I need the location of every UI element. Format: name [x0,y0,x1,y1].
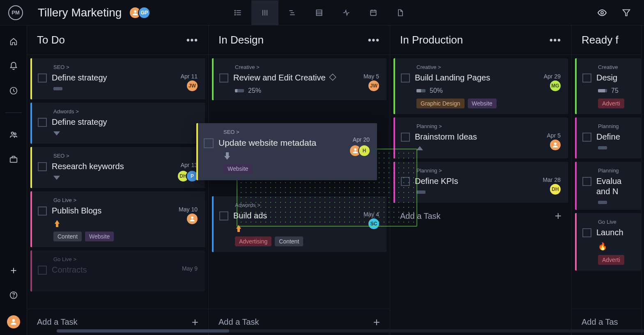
tag[interactable]: Content [275,236,303,246]
view-list-icon[interactable] [224,0,251,25]
assignee-avatar[interactable]: JW [368,80,380,92]
visibility-icon[interactable] [597,8,607,18]
recent-icon[interactable] [9,86,18,95]
avatar[interactable]: GP [138,7,150,19]
task-card[interactable]: Planning Evalua and N [575,162,641,210]
column-body[interactable]: Creative Desig 75 Adverti Planning Defin… [572,55,641,309]
column-body[interactable]: Creative > Build Landing Pages Apr 29 50… [390,55,571,335]
view-board-icon[interactable] [251,0,278,25]
filter-icon[interactable] [622,8,631,18]
task-card[interactable]: Planning > Brainstorm Ideas Apr 5 [393,117,568,158]
tag[interactable]: Content [53,232,82,241]
task-title[interactable]: Desig [596,73,635,83]
team-icon[interactable] [9,130,18,139]
task-category[interactable]: SEO > [53,64,198,70]
task-title[interactable]: Update website metadata [218,138,370,148]
kanban-board[interactable]: To Do ••• SEO > Define strategy Apr 11 J… [27,25,644,335]
task-checkbox[interactable] [219,211,228,220]
task-category[interactable]: Planning > [416,168,561,174]
task-checkbox[interactable] [204,138,214,148]
task-checkbox[interactable] [401,73,410,83]
task-title[interactable]: Publish Blogs [52,206,198,216]
add-task-button[interactable]: Add a Task + [390,203,571,229]
tag[interactable]: Website [223,164,252,174]
task-checkbox[interactable] [582,177,591,186]
task-card[interactable]: Adwords > Define strategy [30,103,205,144]
task-checkbox[interactable] [582,133,591,142]
task-checkbox[interactable] [582,228,591,237]
assignee-avatar[interactable]: DH [549,183,561,195]
task-card[interactable]: SEO > Research keywords Apr 13 DH P [30,147,205,188]
task-category[interactable]: Go Live [598,219,635,225]
task-title[interactable]: Research keywords [52,161,198,172]
task-title[interactable]: Review and Edit Creative [233,73,380,83]
user-avatar[interactable] [7,315,20,328]
task-title[interactable]: Brainstorm Ideas [415,132,561,142]
tag[interactable]: Adverti [598,99,624,108]
task-category[interactable]: SEO > [223,129,370,135]
assignee-avatar[interactable]: MG [549,80,561,92]
project-title[interactable]: Tillery Marketing [38,6,122,19]
task-checkbox[interactable] [38,73,47,83]
task-title[interactable]: Define strategy [52,73,198,83]
task-checkbox[interactable] [38,207,47,216]
notifications-icon[interactable] [9,62,18,71]
assignee-avatar[interactable]: H [358,145,370,157]
view-files-icon[interactable] [387,0,414,25]
project-avatars[interactable]: GP [129,7,150,19]
tag[interactable]: Website [468,99,497,108]
task-card[interactable]: Creative Desig 75 Adverti [575,58,641,114]
portfolio-icon[interactable] [9,155,18,164]
task-card[interactable]: Creative > Review and Edit Creative May … [212,58,386,100]
tag[interactable]: Adverti [598,255,624,265]
view-sheet-icon[interactable] [306,0,333,25]
task-category[interactable]: Creative [598,64,635,70]
task-title[interactable]: Define [596,132,635,142]
assignee-avatar[interactable]: JW [186,80,198,92]
assignee-avatar[interactable] [186,213,198,225]
task-category[interactable]: Planning [598,123,635,129]
task-category[interactable]: SEO > [53,153,198,159]
task-checkbox[interactable] [582,73,591,83]
task-checkbox[interactable] [38,162,47,171]
app-logo[interactable]: PM [8,5,23,20]
task-category[interactable]: Go Live > [53,197,198,203]
task-title[interactable]: Build Landing Pages [415,73,561,83]
column-menu-icon[interactable]: ••• [550,35,561,46]
task-category[interactable]: Planning > [416,123,561,129]
help-icon[interactable] [9,291,18,300]
task-category[interactable]: Creative > [235,64,380,70]
home-icon[interactable] [9,37,18,46]
task-checkbox[interactable] [219,73,228,83]
dragging-card[interactable]: SEO > Update website metadata Apr 20 H W… [196,123,377,180]
task-card[interactable]: Planning Define [575,117,641,158]
view-calendar-icon[interactable] [360,0,387,25]
column-menu-icon[interactable]: ••• [368,35,380,46]
horizontal-scrollbar[interactable] [57,329,644,333]
task-card[interactable]: Go Live > Contracts May 9 [30,250,205,291]
column-body[interactable]: SEO > Define strategy Apr 11 JW Adwords … [27,55,208,309]
tag[interactable]: Graphic Design [416,99,465,108]
task-checkbox[interactable] [38,118,47,127]
scrollbar-thumb[interactable] [57,329,229,333]
task-checkbox[interactable] [38,266,47,275]
task-title[interactable]: Contracts [52,265,198,275]
task-card[interactable]: Planning > Define KPIs Mar 28 DH [393,162,568,203]
tag[interactable]: Website [85,232,114,241]
view-activity-icon[interactable] [333,0,360,25]
view-gantt-icon[interactable] [278,0,306,25]
column-menu-icon[interactable]: ••• [186,35,198,46]
task-title[interactable]: Define KPIs [415,176,561,186]
add-icon[interactable] [9,266,18,275]
task-title[interactable]: Evalua and N [596,176,635,197]
task-card[interactable]: Creative > Build Landing Pages Apr 29 50… [393,58,568,114]
task-card[interactable]: SEO > Define strategy Apr 11 JW [30,58,205,99]
task-category[interactable]: Planning [598,168,635,174]
task-category[interactable]: Creative > [416,64,561,70]
task-category[interactable]: Go Live > [53,256,198,262]
task-title[interactable]: Launch [596,227,635,238]
task-card[interactable]: Go Live Launch 🔥 Adverti [575,213,641,271]
task-category[interactable]: Adwords > [53,108,198,115]
tag[interactable]: Advertising [235,236,271,246]
task-card[interactable]: Go Live > Publish Blogs May 10 Content W… [30,191,205,247]
